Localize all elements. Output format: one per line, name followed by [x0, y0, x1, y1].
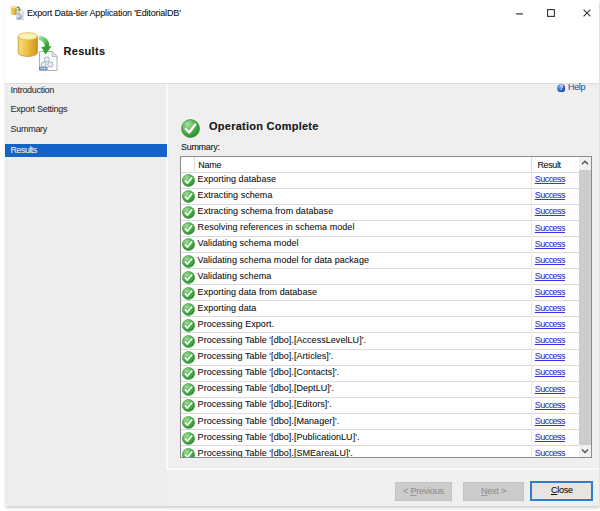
svg-text:?: ?: [559, 84, 563, 91]
